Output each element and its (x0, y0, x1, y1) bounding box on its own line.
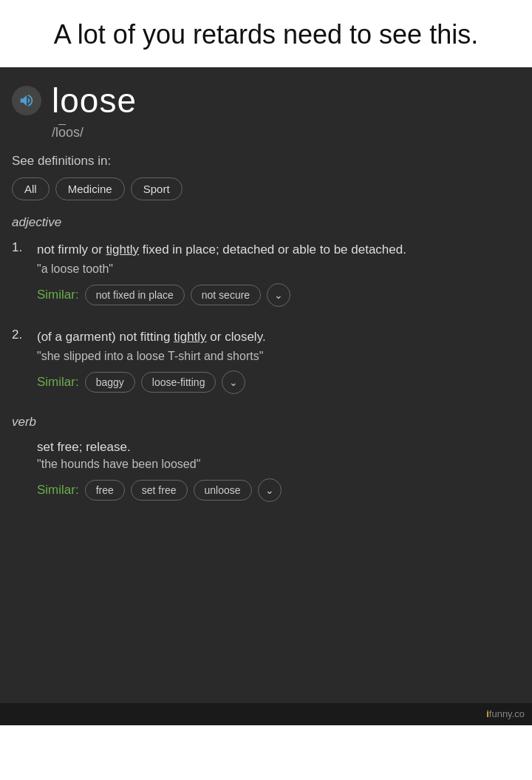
tag-sport[interactable]: Sport (131, 177, 183, 200)
def-number-1: 1. (12, 240, 30, 255)
similar-tag-loose-fitting[interactable]: loose-fitting (141, 372, 216, 393)
def-number-2: 2. (12, 328, 30, 342)
tag-all[interactable]: All (12, 177, 50, 200)
see-definitions-label: See definitions in: (12, 154, 520, 169)
speaker-icon (18, 92, 35, 109)
word-display: loose (52, 81, 137, 121)
similar-tag-not-secure[interactable]: not secure (191, 285, 261, 305)
similar-label-1: Similar: (37, 288, 79, 302)
phonetic-display: /loos/ (52, 125, 520, 140)
verb-section: verb set free; release. "the hounds have… (12, 415, 520, 502)
similar-row-2: Similar: baggy loose-fitting ⌄ (37, 370, 520, 394)
definition-item-1: 1. not firmly or tightly fixed in place;… (12, 240, 520, 307)
verb-similar-tag-set-free[interactable]: set free (131, 480, 188, 501)
tag-medicine[interactable]: Medicine (55, 177, 125, 200)
verb-definition-text: set free; release. (37, 440, 520, 455)
ifunny-bar: ifunny.co (0, 703, 532, 725)
similar-tag-baggy[interactable]: baggy (85, 372, 135, 393)
def-content-1: not firmly or tightly fixed in place; de… (37, 240, 520, 307)
top-section: A lot of you retards need to see this. (0, 0, 532, 67)
category-tags-row: All Medicine Sport (12, 177, 520, 200)
verb-similar-row: Similar: free set free unloose ⌄ (37, 478, 520, 502)
similar-label-2: Similar: (37, 375, 79, 390)
definitions-list: 1. not firmly or tightly fixed in place;… (12, 240, 520, 395)
definition-item-2: 2. (of a garment) not fitting tightly or… (12, 328, 520, 394)
dictionary-section: loose /loos/ See definitions in: All Med… (0, 67, 532, 703)
def-example-2: "she slipped into a loose T-shirt and sh… (37, 350, 520, 363)
verb-similar-tag-free[interactable]: free (85, 480, 125, 501)
def-content-2: (of a garment) not fitting tightly or cl… (37, 328, 520, 394)
tightly-underline-2: tightly (174, 330, 206, 344)
verb-pos-label: verb (12, 415, 520, 430)
tightly-underline-1: tightly (106, 243, 139, 257)
speaker-button[interactable] (12, 86, 41, 115)
verb-similar-label: Similar: (37, 483, 79, 498)
def-text-1: not firmly or tightly fixed in place; de… (37, 240, 520, 260)
similar-tag-not-fixed[interactable]: not fixed in place (85, 285, 185, 305)
verb-similar-tag-unloose[interactable]: unloose (194, 480, 252, 501)
word-header: loose (12, 81, 520, 121)
similar-row-1: Similar: not fixed in place not secure ⌄ (37, 283, 520, 307)
expand-similar-1-button[interactable]: ⌄ (267, 283, 290, 307)
def-text-2: (of a garment) not fitting tightly or cl… (37, 328, 520, 347)
expand-similar-2-button[interactable]: ⌄ (222, 370, 245, 394)
ifunny-logo: ifunny.co (486, 708, 525, 719)
adjective-label: adjective (12, 215, 520, 230)
expand-verb-similar-button[interactable]: ⌄ (258, 478, 282, 502)
page-title: A lot of you retards need to see this. (15, 18, 517, 52)
verb-example-text: "the hounds have been loosed" (37, 458, 520, 471)
def-example-1: "a loose tooth" (37, 262, 520, 276)
